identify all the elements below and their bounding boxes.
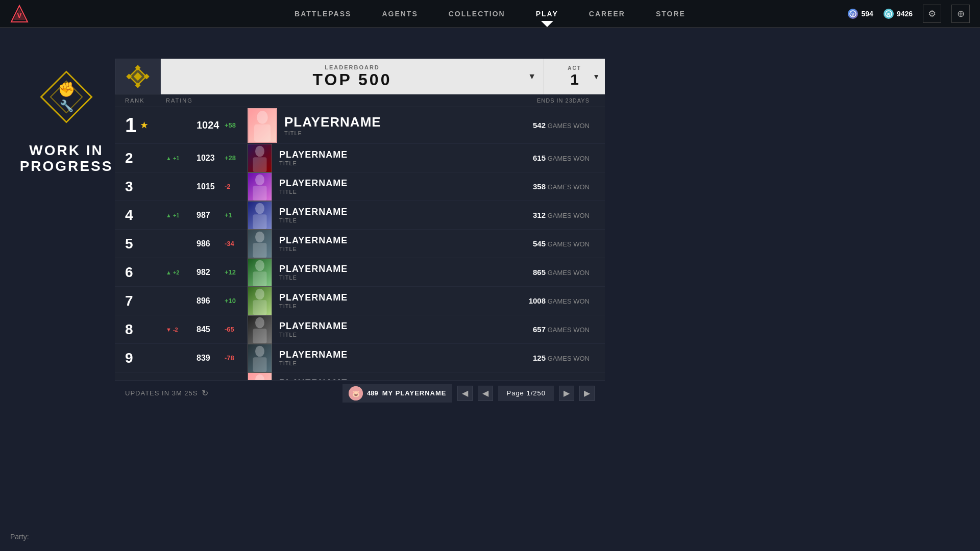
- pagination-area: 🐷 489 MY PLAYERNAME ◀ ◀ Page 1/250 ▶ ▶: [342, 384, 595, 403]
- my-player-name: MY PLAYERNAME: [382, 389, 447, 397]
- svg-point-31: [255, 231, 264, 242]
- player-avatar: [248, 172, 272, 201]
- svg-text:R: R: [887, 12, 890, 17]
- update-area: UPDATES IN 3m 25s ↻: [125, 388, 208, 398]
- rank-change: ▲ +1: [166, 155, 197, 161]
- avatar-bg: [248, 259, 272, 286]
- nav-store[interactable]: STORE: [656, 10, 685, 18]
- games-won: 545 GAMES WON: [533, 239, 595, 248]
- act-number: 1: [570, 71, 579, 88]
- page-info: Page 1/250: [498, 386, 554, 401]
- player-info: PLAYERNAMETITLE: [279, 149, 533, 166]
- player-name: PLAYERNAME: [279, 292, 529, 303]
- party-label: Party:: [10, 533, 29, 541]
- svg-rect-44: [253, 357, 267, 372]
- avatar-bg: [248, 316, 272, 343]
- nav-play[interactable]: PLAY: [536, 10, 558, 18]
- my-rank-number: 489: [367, 389, 378, 397]
- player-row[interactable]: 31015-2PLAYERNAMETITLE358 GAMES WON: [115, 172, 605, 201]
- game-logo: V: [10, 5, 29, 23]
- player-row[interactable]: 2▲ +11023+28PLAYERNAMETITLE615 GAMES WON: [115, 144, 605, 172]
- rating-change: +28: [225, 154, 248, 162]
- last-page-button[interactable]: ▶: [579, 386, 595, 401]
- player-row[interactable]: 9839-78PLAYERNAMETITLE125 GAMES WON: [115, 344, 605, 372]
- player-row[interactable]: 1★1024+58PLAYERNAMETITLE542 GAMES WON: [115, 107, 605, 144]
- player-info: PLAYERNAMETITLE: [279, 292, 529, 309]
- player-rows: 1★1024+58PLAYERNAMETITLE542 GAMES WON2▲ …: [115, 107, 605, 401]
- leaderboard-title: TOP 500: [313, 70, 392, 89]
- games-won: 125 GAMES WON: [533, 354, 595, 362]
- player-info: PLAYERNAMETITLE: [284, 114, 533, 136]
- settings-button[interactable]: ⚙: [923, 5, 941, 23]
- vp-icon: V: [848, 9, 858, 19]
- rank-number: 5: [125, 236, 166, 252]
- profile-button[interactable]: ⊕: [951, 5, 970, 23]
- rank-number: 4: [125, 207, 166, 223]
- act-dropdown[interactable]: ▼: [593, 72, 600, 81]
- act-label: ACT: [568, 65, 581, 71]
- rating-value: 982: [197, 268, 225, 277]
- svg-rect-23: [253, 157, 267, 172]
- rating-value: 845: [197, 325, 225, 334]
- avatar-bg: [248, 287, 272, 315]
- player-title: TITLE: [279, 217, 533, 223]
- leaderboard-header: LEADERBOARD TOP 500 ▼ ACT 1 ▼: [115, 59, 605, 94]
- player-title: TITLE: [279, 246, 533, 252]
- games-won: 615 GAMES WON: [533, 154, 595, 162]
- rp-icon: R: [884, 9, 894, 19]
- player-row[interactable]: 4▲ +1987+1PLAYERNAMETITLE312 GAMES WON: [115, 201, 605, 230]
- rank-number: 2: [125, 150, 166, 166]
- rating-value: 986: [197, 239, 225, 248]
- player-row[interactable]: 8▼ -2845-65PLAYERNAMETITLE657 GAMES WON: [115, 315, 605, 344]
- games-won: 865 GAMES WON: [533, 268, 595, 277]
- nav-collection[interactable]: COLLECTION: [449, 10, 505, 18]
- next-page-button[interactable]: ▶: [559, 386, 574, 401]
- player-info: PLAYERNAMETITLE: [279, 349, 533, 366]
- refresh-icon[interactable]: ↻: [202, 388, 208, 398]
- player-row[interactable]: 5986-34PLAYERNAMETITLE545 GAMES WON: [115, 230, 605, 258]
- act-section: ACT 1 ▼: [544, 59, 605, 94]
- prev-prev-page-button[interactable]: ◀: [457, 386, 473, 401]
- player-title: TITLE: [284, 130, 533, 136]
- my-player-info: 🐷 489 MY PLAYERNAME: [342, 384, 452, 403]
- rank-number: 3: [125, 179, 166, 195]
- svg-point-34: [255, 260, 264, 271]
- player-row[interactable]: 7896+10PLAYERNAMETITLE1008 GAMES WON: [115, 287, 605, 315]
- rating-change: +12: [225, 268, 248, 276]
- nav-battlepass[interactable]: BATTLEPASS: [295, 10, 351, 18]
- player-avatar: [248, 144, 272, 172]
- rank-change: ▲ +1: [166, 212, 197, 218]
- rating-change: -2: [225, 183, 248, 190]
- svg-point-22: [255, 145, 264, 157]
- table-header: RANK RATING ENDS IN 23DAYS: [115, 94, 605, 107]
- avatar-bg: [248, 173, 272, 201]
- wip-section: ✊ 🔧 WORK IN PROGRESS: [15, 61, 117, 174]
- rating-change: -78: [225, 354, 248, 362]
- svg-point-40: [255, 317, 264, 328]
- player-name: PLAYERNAME: [279, 178, 533, 189]
- rating-value: 839: [197, 354, 225, 363]
- prev-page-button[interactable]: ◀: [478, 386, 493, 401]
- svg-text:🔧: 🔧: [60, 99, 74, 113]
- rank-badge: [115, 59, 161, 94]
- star-icon: ★: [140, 120, 148, 130]
- nav-career[interactable]: CAREER: [589, 10, 625, 18]
- svg-point-19: [257, 111, 267, 124]
- leaderboard-title-section: LEADERBOARD TOP 500 ▼: [161, 59, 544, 94]
- player-row[interactable]: 6▲ +2982+12PLAYERNAMETITLE865 GAMES WON: [115, 258, 605, 287]
- avatar-bg: [249, 109, 276, 142]
- rank-number: 8: [125, 321, 166, 338]
- rank-number: 9: [125, 350, 166, 366]
- rank-number: 6: [125, 264, 166, 281]
- player-info: PLAYERNAMETITLE: [279, 235, 533, 252]
- wip-text: WORK IN PROGRESS: [20, 143, 113, 174]
- avatar-bg: [248, 144, 272, 172]
- leaderboard-dropdown[interactable]: ▼: [528, 72, 536, 81]
- nav-right-area: V 594 R 9426 ⚙ ⊕: [848, 5, 970, 23]
- games-won: 358 GAMES WON: [533, 182, 595, 191]
- player-name: PLAYERNAME: [279, 235, 533, 246]
- rp-amount: 9426: [897, 10, 913, 18]
- nav-agents[interactable]: AGENTS: [382, 10, 418, 18]
- player-title: TITLE: [279, 189, 533, 195]
- rating-change: -34: [225, 240, 248, 247]
